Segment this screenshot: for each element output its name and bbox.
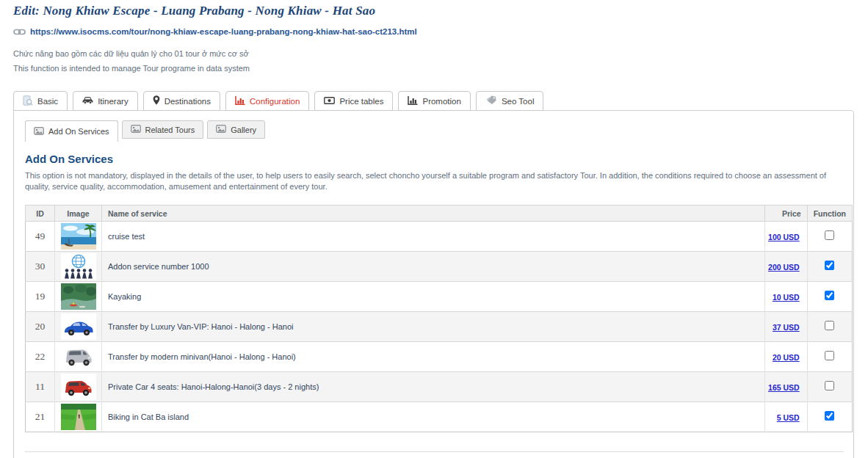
price-link[interactable]: 5 USD bbox=[777, 413, 800, 422]
subtab-add-on-services[interactable]: Add On Services bbox=[25, 120, 118, 142]
tour-url-link[interactable]: https://www.isocms.com/tour/nong-khiaw-e… bbox=[30, 27, 417, 36]
tags-icon bbox=[485, 95, 497, 106]
subtab-related-tours[interactable]: Related Tours bbox=[122, 120, 204, 139]
kayaking-photo bbox=[61, 283, 96, 310]
column-header-id: ID bbox=[26, 206, 55, 222]
tab-basic[interactable]: Basic bbox=[13, 91, 68, 111]
subtab-label: Gallery bbox=[231, 126, 256, 134]
section-heading: Add On Services bbox=[25, 153, 851, 165]
red-car-photo bbox=[61, 374, 96, 400]
table-row: 49 cruise test bbox=[26, 222, 853, 252]
subtab-label: Add On Services bbox=[48, 127, 109, 136]
function-checkbox[interactable] bbox=[825, 291, 834, 300]
service-name: Transfer by modern minivan(Hanoi - Halon… bbox=[102, 342, 765, 372]
price-link[interactable]: 20 USD bbox=[773, 353, 800, 362]
service-id: 21 bbox=[26, 402, 55, 432]
price-link[interactable]: 10 USD bbox=[773, 293, 800, 302]
tab-configuration[interactable]: Configuration bbox=[225, 91, 309, 111]
main-tabbar: Basic Itinerary Destinations bbox=[13, 91, 868, 111]
footer-divider bbox=[25, 451, 844, 452]
tab-promotion[interactable]: Promotion bbox=[398, 91, 470, 111]
image-icon bbox=[131, 125, 141, 134]
car-icon bbox=[82, 96, 93, 106]
tab-label: Configuration bbox=[250, 97, 300, 106]
column-header-name: Name of service bbox=[102, 206, 765, 222]
bar-chart-icon bbox=[408, 96, 418, 106]
document-search-icon bbox=[23, 95, 33, 107]
tour-edit-page: Edit: Nong Khiaw Escape - Luang Prabang … bbox=[0, 0, 868, 458]
price-link[interactable]: 37 USD bbox=[773, 323, 800, 332]
table-row: 22 Transfer by modern minivan(Hanoi - bbox=[26, 342, 853, 372]
map-marker-icon bbox=[153, 95, 160, 106]
bar-chart-icon bbox=[235, 96, 245, 106]
tab-label: Basic bbox=[37, 97, 58, 106]
tab-label: Seo Tool bbox=[502, 97, 535, 106]
tab-price-tables[interactable]: Price tables bbox=[314, 91, 393, 111]
section-description: This option is not mandatory, displayed … bbox=[25, 170, 851, 192]
function-checkbox[interactable] bbox=[825, 351, 834, 360]
description-vietnamese: Chức năng bao gồm các dữ liệu quản lý ch… bbox=[13, 49, 868, 58]
function-checkbox[interactable] bbox=[825, 381, 834, 390]
tour-url-row: https://www.isocms.com/tour/nong-khiaw-e… bbox=[13, 25, 868, 38]
tab-label: Promotion bbox=[422, 97, 460, 106]
service-name: Private Car 4 seats: Hanoi-Halong-Hanoi(… bbox=[102, 372, 765, 402]
function-checkbox[interactable] bbox=[825, 411, 834, 421]
service-id: 11 bbox=[26, 372, 55, 402]
tab-label: Destinations bbox=[164, 97, 211, 106]
page-title: Edit: Nong Khiaw Escape - Luang Prabang … bbox=[13, 4, 868, 18]
price-link[interactable]: 100 USD bbox=[768, 233, 800, 241]
tab-destinations[interactable]: Destinations bbox=[143, 91, 220, 111]
subtab-gallery[interactable]: Gallery bbox=[207, 120, 265, 139]
table-header-row: ID Image Name of service Price Function bbox=[26, 206, 853, 222]
tab-label: Itinerary bbox=[98, 97, 129, 106]
service-name: Kayaking bbox=[102, 282, 765, 312]
function-checkbox[interactable] bbox=[825, 321, 834, 330]
service-name: cruise test bbox=[102, 222, 765, 252]
function-checkbox[interactable] bbox=[825, 261, 834, 270]
tab-label: Price tables bbox=[339, 97, 383, 106]
image-icon bbox=[216, 125, 226, 134]
table-row: 11 Private Car 4 seats: Hanoi-Halong- bbox=[26, 372, 853, 402]
service-name: Addon service number 1000 bbox=[102, 252, 765, 282]
tab-seo-tool[interactable]: Seo Tool bbox=[476, 91, 544, 111]
service-id: 30 bbox=[26, 252, 55, 282]
table-row: 20 Transfer by Luxury Van-VIP: Hanoi - H… bbox=[26, 312, 853, 342]
subtab-label: Related Tours bbox=[145, 126, 195, 134]
column-header-price: Price bbox=[764, 206, 807, 222]
description-english: This function is intended to manage Tour… bbox=[13, 64, 868, 73]
price-link[interactable]: 165 USD bbox=[768, 383, 800, 392]
chain-link-icon bbox=[13, 25, 26, 38]
money-icon bbox=[324, 97, 335, 106]
column-header-image: Image bbox=[55, 206, 102, 222]
service-id: 22 bbox=[26, 342, 55, 372]
table-row: 30 bbox=[26, 252, 853, 282]
biking-path-photo bbox=[61, 404, 96, 430]
tab-itinerary[interactable]: Itinerary bbox=[73, 91, 138, 111]
table-row: 21 Biking in Cat Ba island bbox=[26, 402, 853, 432]
service-name: Transfer by Luxury Van-VIP: Hanoi - Halo… bbox=[102, 312, 765, 342]
sub-tabbar: Add On Services Related Tours bbox=[25, 120, 851, 142]
price-link[interactable]: 200 USD bbox=[768, 263, 800, 272]
service-id: 49 bbox=[26, 222, 55, 252]
services-table: ID Image Name of service Price Function … bbox=[25, 205, 853, 432]
blue-car-photo bbox=[61, 313, 96, 340]
table-row: 19 Kayaking bbox=[26, 282, 853, 312]
silver-minivan-photo bbox=[61, 344, 96, 370]
service-id: 19 bbox=[26, 282, 55, 312]
service-name: Biking in Cat Ba island bbox=[102, 402, 765, 432]
function-checkbox[interactable] bbox=[825, 230, 834, 240]
beach-cruise-photo bbox=[61, 223, 96, 250]
image-icon bbox=[34, 127, 44, 137]
service-id: 20 bbox=[26, 312, 55, 342]
configuration-panel: Add On Services Related Tours bbox=[13, 110, 854, 458]
globe-people-graphic bbox=[61, 253, 96, 280]
column-header-function: Function bbox=[807, 206, 852, 222]
